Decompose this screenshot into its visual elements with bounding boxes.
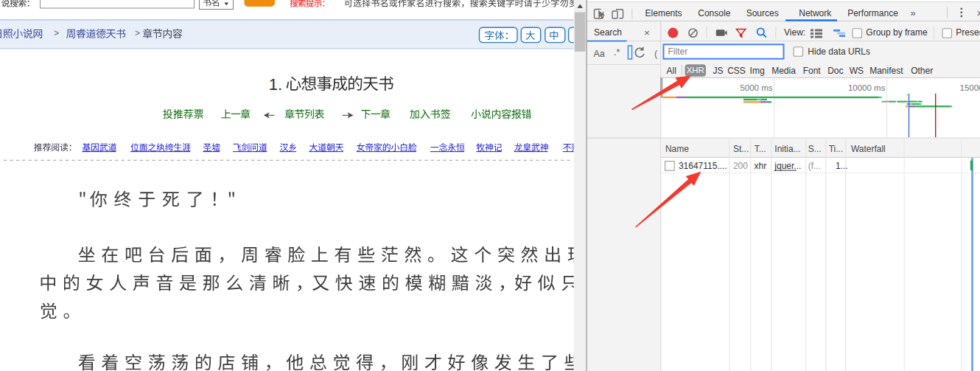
svg-text:Sources: Sources: [746, 8, 779, 18]
svg-text:jquer...: jquer...: [774, 161, 801, 171]
svg-text:(f...: (f...: [808, 161, 821, 171]
svg-text:WS: WS: [850, 66, 864, 76]
svg-text:31647115....: 31647115....: [679, 161, 727, 171]
svg-text:XHR: XHR: [687, 66, 704, 74]
svg-text:T...: T...: [755, 144, 766, 154]
svg-text:Font: Font: [803, 66, 822, 76]
svg-text:Preserve log: Preserve log: [956, 27, 980, 38]
svg-text:xhr: xhr: [755, 161, 767, 171]
svg-text:View:: View:: [784, 27, 805, 38]
svg-text:×: ×: [644, 27, 650, 38]
svg-text:Filter: Filter: [668, 46, 688, 57]
svg-text:10000 ms: 10000 ms: [848, 83, 886, 92]
svg-text:1...: 1...: [836, 161, 848, 171]
svg-text:200: 200: [733, 161, 748, 171]
svg-text:Ti...: Ti...: [829, 144, 844, 154]
svg-text:St...: St...: [733, 144, 749, 154]
svg-text:Console: Console: [698, 8, 730, 18]
svg-text:Waterfall: Waterfall: [851, 144, 886, 154]
svg-text:×: ×: [977, 7, 980, 19]
svg-text:.*: .*: [614, 47, 620, 58]
svg-text:JS: JS: [713, 66, 724, 76]
svg-text:15000 ms: 15000 ms: [959, 83, 980, 92]
svg-text:1.: 1.: [269, 75, 282, 94]
svg-text:>: >: [135, 28, 140, 38]
svg-text:Performance: Performance: [847, 8, 898, 18]
svg-text:Initia...: Initia...: [774, 144, 800, 154]
svg-text:Hide data URLs: Hide data URLs: [808, 46, 870, 57]
svg-text:Search: Search: [594, 27, 622, 38]
svg-text:Other: Other: [911, 66, 933, 76]
svg-text:(: (: [654, 48, 658, 59]
svg-text:Aa: Aa: [594, 49, 605, 59]
svg-text:Img: Img: [750, 66, 765, 76]
svg-text:>: >: [54, 28, 59, 38]
svg-text:Elements: Elements: [645, 8, 682, 18]
svg-text:Media: Media: [771, 66, 796, 76]
svg-text:CSS: CSS: [727, 66, 746, 76]
svg-text:Manifest: Manifest: [869, 66, 903, 76]
svg-text:5000 ms: 5000 ms: [740, 83, 772, 92]
svg-text:»: »: [910, 7, 915, 18]
svg-text:Network: Network: [799, 8, 832, 18]
svg-text:Doc: Doc: [827, 66, 843, 76]
svg-text:Name: Name: [665, 144, 689, 154]
svg-text:S...: S...: [808, 144, 822, 154]
svg-text:All: All: [667, 66, 676, 76]
svg-text:Group by frame: Group by frame: [866, 27, 928, 38]
